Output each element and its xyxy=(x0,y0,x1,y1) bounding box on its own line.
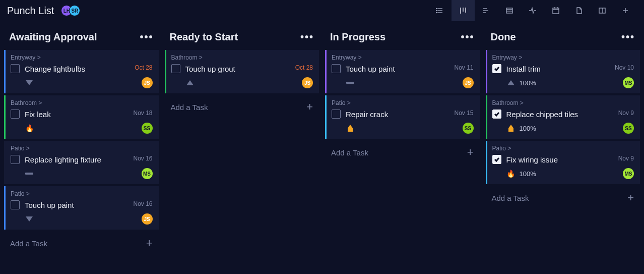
priority-low-icon xyxy=(185,79,195,87)
svg-marker-26 xyxy=(348,125,353,132)
assignee-avatar[interactable]: SS xyxy=(463,123,474,134)
assignee-avatar[interactable]: MS xyxy=(623,77,634,88)
plus-icon: + xyxy=(627,191,634,204)
assignee-avatar[interactable]: JS xyxy=(142,77,153,88)
task-footer xyxy=(11,77,154,88)
breadcrumb[interactable]: Bathroom > xyxy=(492,99,635,106)
add-task-label: Add a Task xyxy=(331,148,368,157)
add-task-button[interactable]: Add a Task+ xyxy=(165,93,319,121)
task-footer: 🔥 xyxy=(11,123,154,134)
calendar-view-icon[interactable] xyxy=(544,0,567,21)
breadcrumb[interactable]: Entryway > xyxy=(332,54,475,61)
task-checkbox[interactable] xyxy=(11,109,20,119)
task-checkbox[interactable] xyxy=(332,109,341,119)
svg-rect-19 xyxy=(599,8,605,13)
task-progress: 100% xyxy=(520,170,536,178)
priority-medium-icon xyxy=(346,124,355,132)
topbar: Punch List LH SR xyxy=(0,0,644,21)
breadcrumb[interactable]: Entryway > xyxy=(11,54,154,61)
column-title: Ready to Start xyxy=(170,31,300,43)
task-date: Nov 9 xyxy=(618,109,634,117)
kanban-column: Done•••Entryway >Install trimNov 10100%M… xyxy=(484,25,642,274)
svg-marker-23 xyxy=(26,80,33,85)
task-card[interactable]: Patio >Repair crackNov 15SS xyxy=(325,95,480,139)
file-view-icon[interactable] xyxy=(567,0,591,21)
assignee-avatar[interactable]: JS xyxy=(142,213,153,225)
task-checkbox[interactable] xyxy=(492,64,501,73)
priority-none-icon xyxy=(25,170,34,178)
gantt-view-icon[interactable] xyxy=(475,0,498,21)
column-menu-icon[interactable]: ••• xyxy=(621,31,635,43)
assignee-avatar[interactable]: JS xyxy=(302,77,313,88)
task-card[interactable]: Patio >Touch up paintNov 16JS xyxy=(4,186,159,230)
task-checkbox[interactable] xyxy=(332,64,341,73)
column-title: Done xyxy=(491,31,621,43)
breadcrumb[interactable]: Patio > xyxy=(492,145,635,152)
column-menu-icon[interactable]: ••• xyxy=(461,31,474,43)
svg-marker-28 xyxy=(508,125,513,132)
svg-marker-25 xyxy=(186,80,194,85)
add-task-button[interactable]: Add a Task+ xyxy=(486,184,640,211)
avatar[interactable]: SR xyxy=(69,5,80,16)
breadcrumb[interactable]: Patio > xyxy=(11,190,154,197)
task-card[interactable]: Patio >Fix wiring issueNov 9🔥100%MS xyxy=(486,141,640,184)
column-menu-icon[interactable]: ••• xyxy=(140,31,153,43)
table-view-icon[interactable] xyxy=(498,0,521,21)
priority-medium-icon xyxy=(506,124,516,132)
plus-icon: + xyxy=(306,100,313,114)
task-date: Oct 28 xyxy=(135,64,152,71)
task-checkbox[interactable] xyxy=(171,64,180,73)
assignee-avatar[interactable]: MS xyxy=(142,168,153,179)
task-checkbox[interactable] xyxy=(11,155,20,164)
kanban-board: Awaiting Approval•••Entryway >Change lig… xyxy=(0,21,644,274)
task-checkbox[interactable] xyxy=(11,200,20,209)
task-date: Nov 16 xyxy=(133,155,152,162)
task-footer xyxy=(171,77,314,88)
column-header: Awaiting Approval••• xyxy=(4,25,159,50)
breadcrumb[interactable]: Patio > xyxy=(11,145,154,152)
column-title: Awaiting Approval xyxy=(9,31,140,43)
task-card[interactable]: Entryway >Change lightbulbsOct 28JS xyxy=(4,50,159,93)
assignee-avatar[interactable]: MS xyxy=(623,168,634,179)
breadcrumb[interactable]: Entryway > xyxy=(492,54,635,61)
task-checkbox[interactable] xyxy=(492,155,501,164)
kanban-view-icon[interactable] xyxy=(452,0,475,21)
svg-point-4 xyxy=(436,11,437,11)
add-view-icon[interactable] xyxy=(614,0,637,21)
column-header: In Progress••• xyxy=(325,25,480,50)
kanban-column: In Progress•••Entryway >Touch up paintNo… xyxy=(323,25,482,274)
assignee-avatar[interactable]: SS xyxy=(142,123,153,134)
panel-view-icon[interactable] xyxy=(591,0,614,21)
task-card[interactable]: Entryway >Install trimNov 10100%MS xyxy=(486,50,640,93)
priority-urgent-icon: 🔥 xyxy=(25,124,34,132)
add-task-button[interactable]: Add a Task+ xyxy=(4,230,159,257)
list-view-icon[interactable] xyxy=(428,0,452,21)
task-title: Fix wiring issue xyxy=(506,155,635,164)
assignee-avatar[interactable]: SS xyxy=(623,123,634,134)
task-date: Nov 16 xyxy=(133,200,152,207)
header-avatars[interactable]: LH SR xyxy=(61,5,80,16)
add-task-label: Add a Task xyxy=(171,103,208,112)
breadcrumb[interactable]: Patio > xyxy=(332,99,475,106)
column-header: Done••• xyxy=(486,25,640,50)
task-card[interactable]: Patio >Replace lighting fixtureNov 16MS xyxy=(4,141,159,184)
svg-rect-12 xyxy=(506,8,512,13)
svg-marker-27 xyxy=(507,80,514,85)
breadcrumb[interactable]: Bathroom > xyxy=(171,54,314,61)
task-card[interactable]: Bathroom >Touch up groutOct 28JS xyxy=(165,50,319,93)
activity-view-icon[interactable] xyxy=(521,0,544,21)
breadcrumb[interactable]: Bathroom > xyxy=(11,99,154,106)
svg-marker-24 xyxy=(26,216,33,222)
column-menu-icon[interactable]: ••• xyxy=(300,31,314,43)
assignee-avatar[interactable]: JS xyxy=(463,77,474,88)
task-checkbox[interactable] xyxy=(11,64,20,73)
task-card[interactable]: Entryway >Touch up paintNov 11JS xyxy=(325,50,480,93)
task-checkbox[interactable] xyxy=(492,109,501,119)
task-footer xyxy=(11,213,154,225)
task-card[interactable]: Bathroom >Fix leakNov 18🔥SS xyxy=(4,95,159,139)
add-task-button[interactable]: Add a Task+ xyxy=(325,139,480,166)
task-card[interactable]: Bathroom >Replace chipped tilesNov 9100%… xyxy=(486,95,640,139)
priority-none-icon xyxy=(346,79,355,87)
task-footer xyxy=(332,77,475,88)
column-header: Ready to Start••• xyxy=(165,25,319,50)
